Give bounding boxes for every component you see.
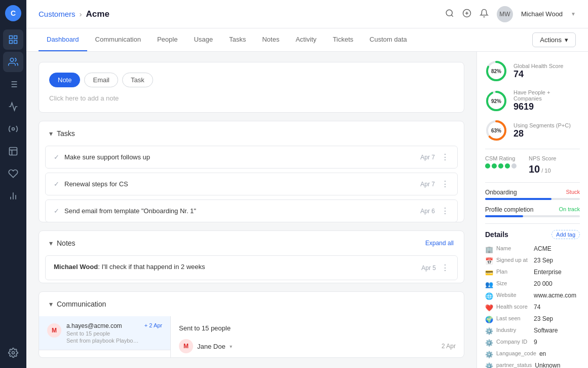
right-sidebar: 82% Global Health Score 74 92% Have Peop…	[476, 52, 588, 368]
task-button[interactable]: Task	[122, 73, 153, 87]
detail-key: Plan	[496, 269, 531, 275]
actions-label: Actions	[540, 36, 562, 44]
detail-key: Name	[496, 245, 531, 251]
svg-rect-3	[14, 41, 17, 44]
user-chevron-icon[interactable]: ▼	[571, 11, 576, 17]
list-item[interactable]: M a.hayes@acme.com Sent to 15 people Sen…	[39, 316, 170, 350]
expand-all-button[interactable]: Expand all	[425, 240, 454, 247]
sidebar-item-list[interactable]	[3, 74, 23, 94]
sidebar-item-bar-chart[interactable]	[3, 186, 23, 206]
sidebar-item-heart[interactable]	[3, 163, 23, 184]
tab-dashboard[interactable]: Dashboard	[39, 28, 87, 51]
tab-notes[interactable]: Notes	[254, 28, 287, 51]
detail-val: 20 000	[534, 280, 553, 287]
note-body: I'll check if that happend in 2 weeks	[101, 263, 205, 271]
progress-bar-bg	[485, 198, 580, 200]
main-content: Note Email Task Click here to add a note…	[26, 52, 476, 368]
sidebar-item-book[interactable]	[3, 141, 23, 161]
tasks-header[interactable]: ▾ Tasks	[39, 121, 464, 146]
detail-key: Language_code	[496, 350, 536, 356]
bell-icon[interactable]	[480, 9, 489, 19]
partner-icon: ⚙️	[485, 362, 493, 368]
actions-button[interactable]: Actions ▾	[532, 32, 576, 47]
note-button[interactable]: Note	[49, 73, 80, 87]
rating-row: CSM Rating NPS Score 10 / 10	[485, 155, 580, 175]
sidebar-item-chart[interactable]	[3, 96, 23, 117]
from-chevron-icon[interactable]: ▾	[230, 344, 232, 349]
detail-val: Unknown	[535, 362, 560, 368]
comm-detail: a.hayes@acme.com Sent to 15 people Sent …	[66, 322, 139, 344]
task-menu-icon[interactable]: ⋮	[441, 206, 449, 216]
progress-name: Profile completion	[485, 206, 533, 213]
profile-completion-progress: Profile completion On track	[485, 206, 580, 217]
tab-people[interactable]: People	[149, 28, 186, 51]
sidebar-item-settings[interactable]	[3, 119, 23, 139]
actions-chevron-icon: ▾	[565, 36, 568, 44]
tab-usage[interactable]: Usage	[186, 28, 221, 51]
progress-name: Onboarding	[485, 189, 517, 196]
from-name: Jane Doe	[197, 343, 226, 350]
health-circle: 82%	[485, 60, 507, 82]
sidebar: C	[0, 0, 26, 368]
task-check-icon[interactable]: ✓	[54, 153, 59, 161]
divider	[485, 149, 580, 149]
add-icon[interactable]	[462, 9, 471, 19]
users-icon: 👥	[485, 281, 493, 288]
add-tag-button[interactable]: Add tag	[552, 230, 580, 239]
content-area: Note Email Task Click here to add a note…	[26, 52, 588, 368]
note-placeholder[interactable]: Click here to add a note	[49, 94, 454, 102]
people-circle: 92%	[485, 90, 507, 112]
detail-val: 23 Sep	[534, 315, 553, 322]
task-name: Make sure support follows up	[64, 153, 150, 161]
task-right: Apr 7 ⋮	[420, 152, 449, 162]
notes-header[interactable]: ▾ Notes Expand all	[39, 231, 464, 255]
communication-title-label: Communication	[57, 300, 106, 308]
note-card: Note Email Task Click here to add a note	[39, 62, 464, 113]
breadcrumb-parent[interactable]: Customers	[39, 10, 76, 18]
note-menu-icon[interactable]: ⋮	[441, 263, 449, 273]
globe-icon: 🌐	[485, 292, 493, 300]
details-title: Details	[485, 230, 508, 239]
detail-key: Industry	[496, 327, 531, 333]
metric-global-health: 82% Global Health Score 74	[485, 60, 580, 82]
onboarding-progress: Onboarding Stuck	[485, 189, 580, 200]
email-date: 2 Apr	[442, 343, 456, 350]
tab-tasks[interactable]: Tasks	[221, 28, 254, 51]
detail-partner-status: ⚙️ partner_status Unknown	[485, 362, 580, 368]
tab-custom-data[interactable]: Custom data	[361, 28, 415, 51]
notes-section: ▾ Notes Expand all Michael Wood: I'll ch…	[39, 230, 464, 283]
sidebar-item-customers[interactable]	[3, 52, 23, 72]
task-name: Renewal steps for CS	[64, 180, 128, 188]
note-content: Michael Wood: I'll check if that happend…	[54, 263, 205, 271]
tasks-section: ▾ Tasks ✓ Make sure support follows up A…	[39, 121, 464, 222]
csm-dot-2	[492, 163, 497, 169]
sidebar-item-dashboard[interactable]	[3, 29, 23, 50]
svg-rect-2	[10, 41, 13, 44]
detail-val: www.acme.com	[534, 292, 576, 299]
tab-activity[interactable]: Activity	[287, 28, 324, 51]
svg-point-4	[10, 58, 14, 62]
breadcrumb-separator: ›	[80, 10, 82, 18]
detail-lastseen: 🌍 Last seen 23 Sep	[485, 315, 580, 323]
task-menu-icon[interactable]: ⋮	[441, 152, 449, 162]
email-button[interactable]: Email	[84, 73, 118, 87]
table-row: ✓ Make sure support follows up Apr 7 ⋮	[45, 146, 458, 169]
nps-label: NPS Score	[529, 155, 556, 161]
creditcard-icon: 💳	[485, 269, 493, 277]
task-check-icon[interactable]: ✓	[54, 180, 59, 188]
communication-title: ▾ Communication	[49, 300, 106, 308]
svg-rect-0	[10, 36, 13, 39]
communication-header[interactable]: ▾ Communication	[39, 292, 464, 316]
task-menu-icon[interactable]: ⋮	[441, 179, 449, 189]
svg-rect-12	[10, 148, 17, 155]
avatar: MW	[497, 6, 513, 22]
tab-bar: Dashboard Communication People Usage Tas…	[26, 28, 588, 52]
email-from: M Jane Doe ▾ 2 Apr	[179, 339, 456, 353]
task-left: ✓ Renewal steps for CS	[54, 180, 128, 188]
task-check-icon[interactable]: ✓	[54, 207, 59, 215]
tab-tickets[interactable]: Tickets	[324, 28, 361, 51]
search-icon[interactable]	[445, 9, 454, 19]
sidebar-item-gear[interactable]	[3, 343, 23, 363]
tab-communication[interactable]: Communication	[87, 28, 149, 51]
app-logo[interactable]: C	[5, 5, 21, 21]
